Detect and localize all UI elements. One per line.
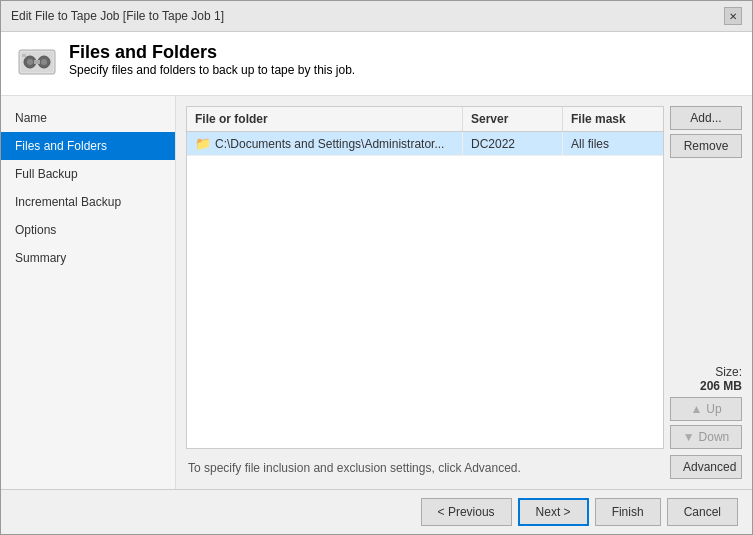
folder-icon: 📁 <box>195 136 211 151</box>
table-header: File or folder Server File mask <box>187 107 663 132</box>
svg-rect-7 <box>22 54 26 57</box>
bottom-row: To specify file inclusion and exclusion … <box>186 455 742 479</box>
main-window: Edit File to Tape Job [File to Tape Job … <box>0 0 753 535</box>
content-area: Name Files and Folders Full Backup Incre… <box>1 96 752 489</box>
header-text: Files and Folders Specify files and fold… <box>69 42 355 77</box>
col-server: Server <box>463 107 563 131</box>
bottom-note: To specify file inclusion and exclusion … <box>186 455 523 479</box>
up-button[interactable]: ▲ Up <box>670 397 742 421</box>
cell-file-mask: All files <box>563 132 663 155</box>
cell-server: DC2022 <box>463 132 563 155</box>
size-text: Size: <box>670 365 742 379</box>
sidebar-item-options[interactable]: Options <box>1 216 175 244</box>
table-area: File or folder Server File mask 📁 C:\Doc… <box>186 106 742 449</box>
sidebar: Name Files and Folders Full Backup Incre… <box>1 96 176 489</box>
advanced-button[interactable]: Advanced <box>670 455 742 479</box>
header-description: Specify files and folders to back up to … <box>69 63 355 77</box>
close-button[interactable]: ✕ <box>724 7 742 25</box>
svg-point-5 <box>41 59 47 65</box>
header-title: Files and Folders <box>69 42 355 63</box>
sidebar-item-name[interactable]: Name <box>1 104 175 132</box>
footer: < Previous Next > Finish Cancel <box>1 489 752 534</box>
cancel-button[interactable]: Cancel <box>667 498 738 526</box>
finish-button[interactable]: Finish <box>595 498 661 526</box>
cell-file-or-folder: 📁 C:\Documents and Settings\Administrato… <box>187 132 463 155</box>
size-value: 206 MB <box>670 379 742 393</box>
table-row[interactable]: 📁 C:\Documents and Settings\Administrato… <box>187 132 663 156</box>
remove-button[interactable]: Remove <box>670 134 742 158</box>
add-button[interactable]: Add... <box>670 106 742 130</box>
title-bar-text: Edit File to Tape Job [File to Tape Job … <box>11 9 224 23</box>
sidebar-item-incremental-backup[interactable]: Incremental Backup <box>1 188 175 216</box>
sidebar-item-files-and-folders[interactable]: Files and Folders <box>1 132 175 160</box>
tape-icon <box>17 42 57 85</box>
main-content: File or folder Server File mask 📁 C:\Doc… <box>176 96 752 489</box>
previous-button[interactable]: < Previous <box>421 498 512 526</box>
sidebar-item-summary[interactable]: Summary <box>1 244 175 272</box>
side-buttons: Add... Remove Size: 206 MB ▲ Up ▼ <box>670 106 742 449</box>
col-file-mask: File mask <box>563 107 663 131</box>
page-header: Files and Folders Specify files and fold… <box>1 32 752 96</box>
files-table: File or folder Server File mask 📁 C:\Doc… <box>186 106 664 449</box>
svg-rect-6 <box>34 60 40 64</box>
down-button[interactable]: ▼ Down <box>670 425 742 449</box>
title-bar: Edit File to Tape Job [File to Tape Job … <box>1 1 752 32</box>
main-wrapper: Files and Folders Specify files and fold… <box>1 32 752 534</box>
col-file-or-folder: File or folder <box>187 107 463 131</box>
sidebar-item-full-backup[interactable]: Full Backup <box>1 160 175 188</box>
svg-point-3 <box>27 59 33 65</box>
up-arrow-icon: ▲ <box>690 402 702 416</box>
size-label: Size: 206 MB <box>670 361 742 393</box>
table-body: 📁 C:\Documents and Settings\Administrato… <box>187 132 663 448</box>
down-arrow-icon: ▼ <box>683 430 695 444</box>
next-button[interactable]: Next > <box>518 498 589 526</box>
